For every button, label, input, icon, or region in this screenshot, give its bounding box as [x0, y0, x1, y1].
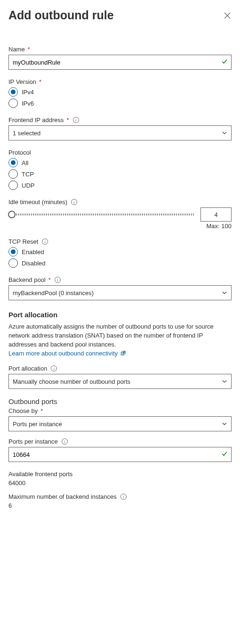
chevron-down-icon	[222, 290, 227, 296]
radio-icon	[8, 247, 18, 256]
radio-label: IPv4	[22, 89, 34, 96]
tcp-reset-disabled-radio[interactable]: Disabled	[8, 258, 232, 268]
check-icon	[221, 451, 228, 459]
external-link-icon	[120, 350, 126, 359]
info-icon[interactable]	[42, 239, 48, 245]
available-frontend-ports-label: Available frontend ports	[8, 471, 232, 478]
select-value: Ports per instance	[13, 421, 62, 428]
max-backend-instances-label: Maximum number of backend instances	[8, 493, 232, 500]
info-icon[interactable]	[71, 199, 77, 205]
select-value: Manually choose number of outbound ports	[13, 378, 130, 385]
frontend-ip-select[interactable]: 1 selected	[8, 125, 232, 140]
info-icon[interactable]	[73, 117, 79, 123]
info-icon[interactable]	[120, 494, 127, 500]
select-value: myBackendPool (0 instances)	[13, 289, 94, 297]
ip-version-label: IP Version*	[8, 78, 232, 85]
slider-track	[8, 214, 195, 215]
name-input[interactable]	[8, 55, 232, 70]
protocol-label: Protocol	[8, 149, 232, 156]
protocol-udp-radio[interactable]: UDP	[8, 181, 232, 190]
idle-timeout-label: Idle timeout (minutes)	[8, 198, 232, 206]
max-backend-instances-value: 6	[8, 502, 232, 509]
port-allocation-label: Port allocation	[8, 365, 232, 372]
radio-label: UDP	[22, 182, 34, 189]
slider-thumb[interactable]	[8, 211, 16, 218]
radio-label: Disabled	[22, 260, 46, 267]
idle-timeout-slider[interactable]	[8, 210, 195, 219]
radio-label: IPv6	[22, 100, 34, 107]
chevron-down-icon	[222, 421, 227, 427]
learn-more-link[interactable]: Learn more about outbound connectivity	[8, 350, 126, 357]
outbound-ports-heading: Outbound ports	[8, 397, 232, 405]
protocol-tcp-radio[interactable]: TCP	[8, 169, 232, 179]
radio-icon	[8, 87, 18, 97]
page-title: Add outbound rule	[8, 8, 114, 22]
idle-timeout-value-input[interactable]: 4	[200, 207, 232, 222]
available-frontend-ports-value: 64000	[8, 479, 232, 487]
tcp-reset-enabled-radio[interactable]: Enabled	[8, 247, 232, 256]
backend-pool-select[interactable]: myBackendPool (0 instances)	[8, 285, 232, 300]
name-label: Name*	[8, 46, 232, 53]
radio-label: TCP	[22, 171, 34, 178]
port-allocation-desc: Azure automatically assigns the number o…	[8, 322, 232, 358]
ports-per-instance-label: Ports per instance	[8, 438, 232, 445]
radio-icon	[8, 169, 18, 179]
port-allocation-heading: Port allocation	[8, 311, 232, 319]
radio-icon	[8, 181, 18, 190]
radio-icon	[8, 99, 18, 108]
chevron-down-icon	[222, 130, 227, 136]
radio-icon	[8, 158, 18, 167]
info-icon[interactable]	[51, 365, 57, 372]
choose-by-select[interactable]: Ports per instance	[8, 416, 232, 431]
select-value: 1 selected	[13, 130, 40, 137]
protocol-all-radio[interactable]: All	[8, 158, 232, 167]
check-icon	[221, 58, 228, 66]
radio-label: All	[22, 159, 28, 166]
idle-timeout-max-label: Max: 100	[8, 223, 232, 230]
frontend-ip-label: Frontend IP address*	[8, 116, 232, 124]
backend-pool-label: Backend pool*	[8, 276, 232, 283]
chevron-down-icon	[222, 379, 227, 384]
ip-version-ipv4-radio[interactable]: IPv4	[8, 87, 232, 97]
port-allocation-select[interactable]: Manually choose number of outbound ports	[8, 374, 232, 389]
close-icon[interactable]	[223, 11, 232, 20]
tcp-reset-label: TCP Reset	[8, 238, 232, 245]
info-icon[interactable]	[62, 438, 68, 445]
ports-per-instance-input[interactable]	[8, 447, 232, 462]
info-icon[interactable]	[55, 277, 61, 283]
radio-label: Enabled	[22, 248, 44, 256]
radio-icon	[8, 258, 18, 268]
choose-by-label: Choose by*	[8, 407, 232, 414]
ip-version-ipv6-radio[interactable]: IPv6	[8, 99, 232, 108]
